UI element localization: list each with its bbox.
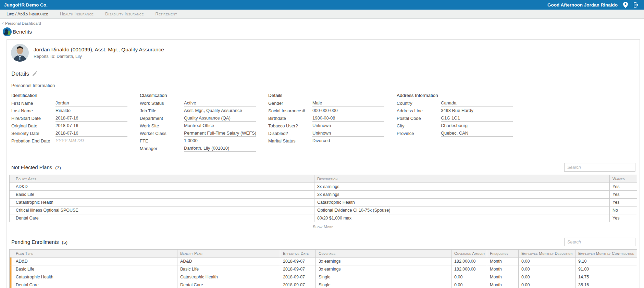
edit-pencil-icon[interactable]	[32, 71, 37, 77]
field-input-original-date[interactable]: 2018-07-16	[55, 122, 127, 129]
row-spacer	[10, 206, 13, 214]
table-cell: 35.16	[575, 281, 637, 288]
table-cell: Dental Care	[13, 281, 177, 288]
field-input-probation-end-date[interactable]: YYYY-MM-DD	[55, 137, 127, 144]
top-bar: JungoHR Demo Co. Good Afternoon Jordan R…	[0, 0, 644, 10]
location-pin-icon[interactable]	[623, 2, 628, 8]
tab-retirement[interactable]: Retirement	[150, 10, 183, 18]
field-input-city[interactable]: Charlesbourg	[441, 122, 513, 129]
column-header-effective-date: Effective Date	[280, 250, 316, 258]
table-cell: 0.00	[519, 273, 575, 281]
fieldset-classification: ClassificationWork StatusActiveJob Title…	[140, 93, 256, 152]
row-spacer	[10, 191, 13, 199]
employee-reports-to: Reports To: Danforth, Lily	[34, 54, 164, 59]
row-spacer	[10, 199, 13, 206]
field-label: Postal Code	[397, 116, 441, 121]
table-cell: 91.00	[575, 265, 637, 273]
benefits-icon	[3, 27, 12, 36]
table-row[interactable]: Basic LifeBasic Life2018-09-073x earning…	[10, 265, 637, 273]
table-row[interactable]: Basic Life3x earningsYes	[10, 191, 637, 199]
table-cell: AD&D	[13, 183, 314, 191]
not-elected-plans-count: (7)	[55, 165, 61, 170]
field-input-manager[interactable]: Danforth, Lily (001010)	[184, 145, 256, 152]
field-label: Birthdate	[268, 116, 312, 121]
field-input-province[interactable]: Quebec, CAN	[441, 130, 513, 137]
table-cell: Yes	[610, 199, 637, 206]
pending-enrollments-section: Pending Enrollments(5) Plan TypeBenefit …	[9, 238, 637, 288]
table-cell: 3x earnings	[314, 191, 610, 199]
table-cell: Basic Life	[13, 265, 177, 273]
table-cell: Single	[316, 273, 451, 281]
field-input-birthdate[interactable]: 1980-08-08	[312, 115, 384, 122]
pending-enrollments-count: (5)	[62, 240, 67, 245]
app-brand: JungoHR Demo Co.	[4, 2, 48, 8]
employee-name: Jordan Rinaldo (001099), Asst. Mgr., Qua…	[34, 47, 164, 53]
column-header-employee-monthly-deduction: Employee Monthly Deduction	[519, 250, 575, 258]
table-cell: Month	[487, 258, 519, 265]
table-header-row: Policy AreaDescriptionWaived	[10, 175, 637, 183]
column-header-plan-type: Plan Type	[13, 250, 177, 258]
field-label: Tobacco User?	[268, 123, 312, 128]
field-input-address-line[interactable]: 3498 Rue Hardy	[441, 107, 513, 114]
field-label: Probation End Date	[11, 138, 55, 143]
table-row[interactable]: Dental Care80/20 $1,000 maxYes	[10, 214, 637, 222]
table-row[interactable]: Critical Illness Optional SPOUSEOptional…	[10, 206, 637, 214]
field-input-first-name[interactable]: Jordan	[55, 100, 127, 107]
table-row[interactable]: AD&D3x earningsYes	[10, 183, 637, 191]
field-input-disabled[interactable]: Unknown	[312, 130, 384, 137]
field-input-tobacco-user[interactable]: Unknown	[312, 122, 384, 129]
fieldset-identification: IdentificationFirst NameJordanLast NameR…	[11, 93, 127, 152]
column-header-coverage: Coverage	[316, 250, 451, 258]
table-row[interactable]: AD&DAD&D2018-09-073x earnings182,000.00M…	[10, 258, 637, 265]
table-cell: 2018-09-07	[280, 265, 316, 273]
pending-enrollments-title: Pending Enrollments	[11, 239, 59, 245]
fieldset-title: Address Information	[397, 93, 513, 98]
fieldset-title: Identification	[11, 93, 127, 98]
field-input-hire-start-date[interactable]: 2018-07-16	[55, 115, 127, 122]
table-cell: Month	[487, 273, 519, 281]
table-row[interactable]: Catastrophic HealthCatastrophic HealthYe…	[10, 199, 637, 206]
field-input-gender[interactable]: Male	[312, 100, 384, 107]
field-input-social-insurance[interactable]: 000-000-000	[312, 107, 384, 114]
field-input-work-site[interactable]: Montreal Office	[184, 122, 256, 129]
field-label: Manager	[140, 146, 184, 151]
field-input-last-name[interactable]: Rinaldo	[55, 107, 127, 114]
field-input-worker-class[interactable]: Permanent Full-Time Salary (WEFS)	[184, 130, 256, 137]
fieldset-title: Details	[268, 93, 384, 98]
column-header-frequency: Frequency	[487, 250, 519, 258]
field-input-work-status[interactable]: Active	[184, 100, 256, 107]
not-elected-plans-section: Not Elected Plans(7) Policy AreaDescript…	[9, 163, 637, 229]
row-spacer	[10, 214, 13, 222]
page-title: Benefits	[13, 29, 32, 35]
table-row[interactable]: Catastrophic HealthCatastrophic Health20…	[10, 273, 637, 281]
tab-bar: Life / Ad&d InsuranceHealth InsuranceDis…	[0, 10, 644, 19]
pending-search-input[interactable]	[564, 238, 635, 246]
row-indicator	[10, 258, 13, 265]
field-label: Seniority Date	[11, 131, 55, 136]
table-cell: 80/20 $1,000 max	[314, 214, 610, 222]
field-input-seniority-date[interactable]: 2018-07-16	[55, 130, 127, 137]
table-cell: Basic Life	[13, 191, 314, 199]
not-elected-search-input[interactable]	[564, 163, 635, 172]
field-label: Work Status	[140, 101, 184, 106]
field-input-country[interactable]: Canada	[441, 100, 513, 107]
field-label: Original Date	[11, 123, 55, 128]
breadcrumb-personal-dashboard[interactable]: < Personal Dashboard	[2, 21, 41, 25]
table-row[interactable]: Dental CareDental Care2018-09-07Single0.…	[10, 281, 637, 288]
tab-life-ad-d-insurance[interactable]: Life / Ad&d Insurance	[1, 10, 54, 18]
field-input-fte[interactable]: 1.0000	[184, 137, 256, 144]
field-input-job-title[interactable]: Asst. Mgr., Quality Assurance	[184, 107, 256, 114]
field-input-department[interactable]: Quality Assurance (QA)	[184, 115, 256, 122]
field-input-marital-status[interactable]: Divorced	[312, 137, 384, 144]
show-more-link[interactable]: Show More	[9, 225, 637, 229]
table-cell: 2018-09-07	[280, 258, 316, 265]
field-label: First Name	[11, 101, 55, 106]
table-cell: 0.00	[451, 281, 487, 288]
table-cell: AD&D	[177, 258, 280, 265]
table-cell: 3x earnings	[316, 265, 451, 273]
field-input-postal-code[interactable]: G1G 1G1	[441, 115, 513, 122]
row-indicator	[10, 273, 13, 281]
tab-health-insurance[interactable]: Health Insurance	[54, 10, 99, 18]
logout-icon[interactable]	[633, 2, 639, 8]
tab-disability-insurance[interactable]: Disability Insurance	[99, 10, 150, 18]
